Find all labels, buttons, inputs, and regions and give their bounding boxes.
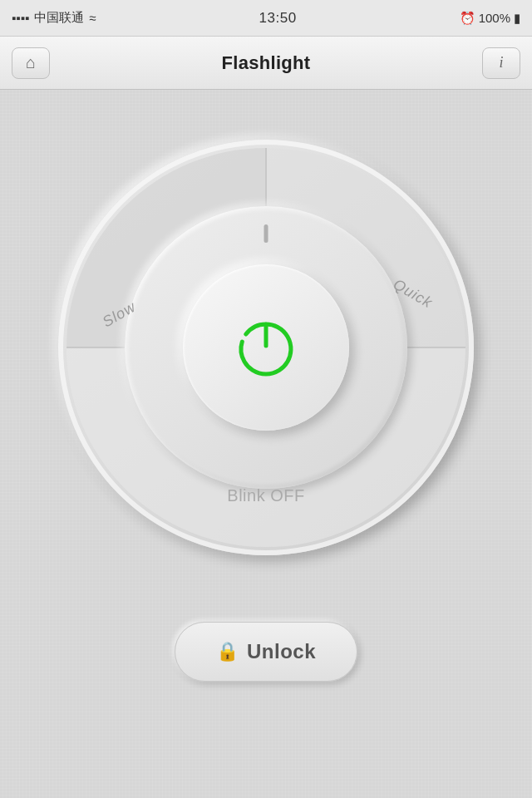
main-content: Slow Quick Blink OFF 🔒 Unlock: [0, 90, 532, 798]
info-button[interactable]: i: [482, 47, 520, 79]
status-bar: ▪▪▪▪ 中国联通 ≈ 13:50 ⏰ 100% ▮: [0, 0, 532, 37]
status-right: ⏰ 100% ▮: [460, 11, 520, 26]
carrier-label: 中国联通: [34, 10, 84, 26]
signal-icon: ▪▪▪▪: [12, 11, 29, 25]
battery-label: 100%: [479, 11, 510, 25]
page-title: Flashlight: [222, 52, 311, 74]
inner-ring: [125, 206, 407, 489]
info-icon: i: [499, 54, 503, 71]
status-time: 13:50: [259, 10, 297, 27]
indicator-mark: [264, 224, 268, 243]
status-left: ▪▪▪▪ 中国联通 ≈: [12, 10, 96, 26]
home-button[interactable]: ⌂: [12, 47, 50, 79]
home-icon: ⌂: [26, 53, 36, 72]
unlock-button[interactable]: 🔒 Unlock: [175, 622, 357, 682]
label-blink-off: Blink OFF: [227, 486, 304, 505]
clock-icon: ⏰: [460, 11, 475, 26]
power-button[interactable]: [183, 264, 349, 431]
battery-icon: ▮: [514, 11, 520, 26]
unlock-label: Unlock: [247, 640, 316, 663]
dial-container: Slow Quick Blink OFF: [58, 140, 474, 555]
wifi-icon: ≈: [89, 11, 96, 25]
power-icon: [233, 314, 299, 381]
nav-bar: ⌂ Flashlight i: [0, 37, 532, 90]
lock-icon: 🔒: [216, 641, 239, 663]
